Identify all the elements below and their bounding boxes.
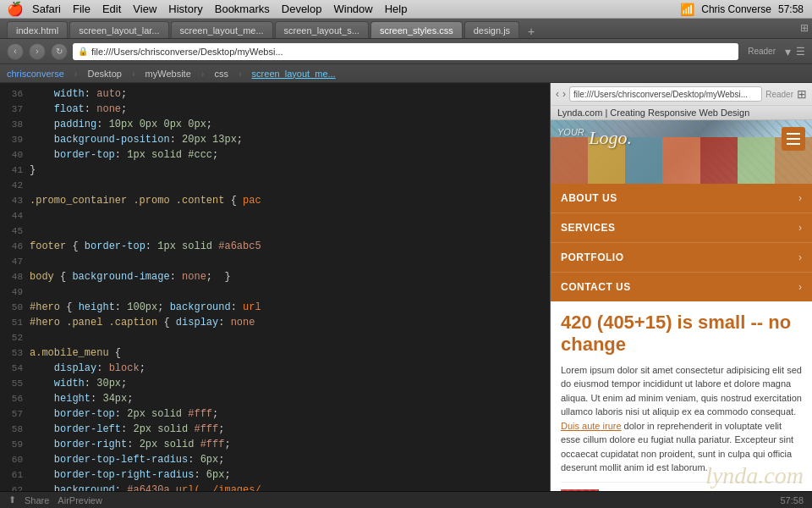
- bookmark-bar: chrisconverse › Desktop › myWebsite › cs…: [0, 64, 812, 83]
- bookmark-mywebsite[interactable]: myWebsite: [145, 69, 191, 79]
- bm-sep4: ›: [239, 69, 242, 79]
- line-number: 51: [0, 315, 30, 330]
- line-number: 52: [0, 330, 30, 345]
- tab-layout-lar[interactable]: screen_layout_lar...: [69, 21, 168, 38]
- status-time: 57:58: [780, 495, 804, 505]
- menu-history[interactable]: History: [168, 3, 202, 15]
- tab-design-js[interactable]: design.js: [464, 21, 519, 38]
- add-tab-button[interactable]: +: [524, 25, 538, 38]
- line-number: 38: [0, 117, 30, 132]
- bm-sep2: ›: [132, 69, 135, 79]
- line-number: 59: [0, 437, 30, 452]
- address-bar: ‹ › ↻ 🔒 file:///Users/chrisconverse/Desk…: [0, 39, 812, 64]
- preview-site[interactable]: YOUR Logo. ABOUT US ›: [551, 120, 812, 508]
- clock: 57:58: [778, 3, 804, 15]
- address-input[interactable]: 🔒 file:///Users/chrisconverse/Desktop/my…: [73, 43, 738, 60]
- line-number: 49: [0, 284, 30, 300]
- line-number: 56: [0, 391, 30, 406]
- refresh-button[interactable]: ↻: [51, 43, 68, 60]
- show-downloads-icon[interactable]: ▾: [785, 45, 791, 58]
- content-link[interactable]: Duis aute irure: [561, 421, 622, 431]
- nav-portfolio-label: PORTFOLIO: [561, 251, 624, 263]
- tab-layout-s[interactable]: screen_layout_s...: [275, 21, 369, 38]
- bookmark-desktop[interactable]: Desktop: [88, 69, 122, 79]
- site-header-bg: YOUR Logo.: [551, 120, 812, 184]
- bookmark-css[interactable]: css: [214, 69, 228, 79]
- line-number: 46: [0, 239, 30, 254]
- menu-view[interactable]: View: [133, 3, 156, 15]
- content-body: Lorem ipsum dolor sit amet consectetur a…: [561, 363, 802, 475]
- preview-chrome: ‹ › file:///Users/chrisconverse/Desktop/…: [551, 83, 812, 120]
- menu-right: 📶 Chris Converse 57:58: [680, 3, 804, 16]
- nav-services-chevron: ›: [798, 222, 802, 234]
- wifi-icon: 📶: [680, 3, 694, 16]
- line-number: 53: [0, 345, 30, 361]
- prev-url-text: file:///Users/chrisconverse/Desktop/myWe…: [573, 90, 748, 99]
- main-content: 36 width: auto;37 float: none;38 padding…: [0, 83, 812, 508]
- menu-bar: 🍎 Safari File Edit View History Bookmark…: [0, 0, 812, 19]
- prev-back[interactable]: ‹: [556, 88, 559, 100]
- menu-bookmarks[interactable]: Bookmarks: [215, 3, 270, 15]
- ham-line-1: [787, 133, 800, 135]
- tab-expand-icon[interactable]: ⊞: [800, 22, 809, 34]
- site-header: YOUR Logo.: [551, 120, 812, 184]
- bm-sep1: ›: [74, 69, 78, 79]
- bookmark-layout-me[interactable]: screen_layout_me...: [252, 69, 336, 79]
- airpreview-label[interactable]: AirPreview: [58, 495, 102, 505]
- apple-menu[interactable]: 🍎: [7, 1, 24, 17]
- reader-button[interactable]: Reader: [743, 45, 780, 58]
- tab-bar: index.html screen_layout_lar... screen_l…: [0, 19, 812, 39]
- share-label[interactable]: Share: [25, 495, 49, 505]
- site-logo: YOUR Logo.: [557, 127, 632, 149]
- prev-reader[interactable]: Reader: [765, 90, 793, 99]
- tab-index[interactable]: index.html: [7, 21, 68, 38]
- line-number: 55: [0, 376, 30, 391]
- menu-edit[interactable]: Edit: [102, 3, 121, 15]
- nav-about-chevron: ›: [798, 192, 802, 204]
- status-left: ⬆ Share AirPreview: [8, 494, 102, 505]
- menu-window[interactable]: Window: [333, 3, 372, 15]
- nav-services[interactable]: SERVICES ›: [551, 213, 812, 243]
- line-number: 37: [0, 102, 30, 117]
- line-number: 50: [0, 300, 30, 315]
- line-number: 36: [0, 86, 30, 102]
- line-number: 60: [0, 452, 30, 467]
- prev-url[interactable]: file:///Users/chrisconverse/Desktop/myWe…: [569, 86, 762, 102]
- sidebar-toggle-icon[interactable]: ☰: [796, 46, 805, 58]
- user-name: Chris Converse: [701, 3, 771, 15]
- menu-file[interactable]: File: [73, 3, 91, 15]
- nav-portfolio[interactable]: PORTFOLIO ›: [551, 243, 812, 273]
- line-number: 47: [0, 254, 30, 269]
- back-button[interactable]: ‹: [7, 43, 24, 60]
- status-bar: ⬆ Share AirPreview 57:58: [0, 491, 812, 508]
- nav-contact[interactable]: CONTACT US ›: [551, 273, 812, 301]
- bookmark-chrisconverse[interactable]: chrisconverse: [7, 69, 64, 79]
- prev-menu[interactable]: ⊞: [797, 87, 807, 101]
- tab-controls: ⊞: [800, 22, 809, 34]
- prev-forward[interactable]: ›: [562, 88, 566, 100]
- site-content: 420 (405+15) is small -- no change Lorem…: [551, 301, 812, 508]
- tab-layout-me[interactable]: screen_layout_me...: [171, 21, 273, 38]
- nav-about-label: ABOUT US: [561, 192, 617, 204]
- site-nav: ABOUT US › SERVICES › PORTFOLIO › CONTAC…: [551, 184, 812, 301]
- address-text: file:///Users/chrisconverse/Desktop/myWe…: [91, 47, 283, 57]
- menu-develop[interactable]: Develop: [282, 3, 322, 15]
- logo-your: YOUR: [557, 127, 584, 137]
- menu-help[interactable]: Help: [385, 3, 408, 15]
- hamburger-button[interactable]: [782, 127, 805, 151]
- line-number: 57: [0, 406, 30, 422]
- line-number: 61: [0, 467, 30, 483]
- line-number: 44: [0, 208, 30, 224]
- nav-about[interactable]: ABOUT US ›: [551, 184, 812, 213]
- line-number: 41: [0, 163, 30, 178]
- forward-button[interactable]: ›: [29, 43, 46, 60]
- line-number: 45: [0, 224, 30, 239]
- ham-line-3: [787, 143, 800, 145]
- tab-styles[interactable]: screen_styles.css: [370, 21, 463, 38]
- nav-contact-chevron: ›: [798, 281, 802, 293]
- preview-address-bar: ‹ › file:///Users/chrisconverse/Desktop/…: [551, 83, 812, 105]
- share-icon: ⬆: [8, 494, 16, 505]
- nav-contact-label: CONTACT US: [561, 281, 631, 293]
- line-number: 39: [0, 132, 30, 147]
- menu-safari[interactable]: Safari: [32, 3, 61, 15]
